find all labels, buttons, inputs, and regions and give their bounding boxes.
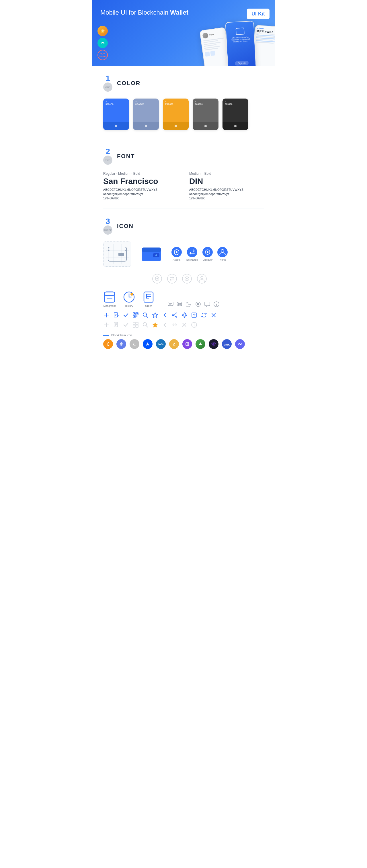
plus-outline-icon: [103, 322, 110, 328]
svg-rect-92: [133, 322, 135, 324]
assets-icon: [171, 247, 182, 257]
svg-rect-7: [108, 247, 126, 251]
profile-outline-icon: [197, 274, 207, 284]
icon-section: 3 THREE ICON: [92, 209, 275, 358]
font-numbers-sf: 1234567890: [103, 197, 178, 200]
svg-rect-93: [136, 322, 138, 324]
grid-crypto-icon: [182, 339, 192, 349]
chat-icon: [167, 301, 174, 307]
svg-text:Ł: Ł: [133, 342, 136, 346]
svg-line-79: [173, 315, 176, 316]
phone-mockups: Profile Characters may be mastered in th…: [202, 22, 275, 66]
svg-rect-63: [134, 313, 135, 314]
svg-rect-38: [144, 292, 153, 302]
steem-icon: [196, 339, 205, 349]
management-label: Mangment: [104, 305, 116, 307]
swatch-dark: #303030: [223, 98, 248, 130]
swatch-dot: [115, 125, 117, 127]
exchange-outline-icon: [167, 274, 177, 284]
font-section: 2 TWO FONT Regular · Medium · Bold San F…: [92, 139, 275, 209]
blockchain-line: [103, 335, 109, 336]
ps-badge: Ps: [97, 38, 108, 48]
arrows-outline-icon: [171, 322, 178, 328]
svg-rect-8: [118, 253, 124, 256]
info-outline-icon: [191, 322, 197, 328]
svg-rect-64: [137, 313, 138, 314]
svg-rect-10: [142, 248, 161, 252]
swatch-dot: [145, 125, 147, 127]
svg-line-73: [146, 316, 148, 318]
svg-rect-65: [134, 316, 135, 317]
icon-management: Mangment: [103, 291, 116, 307]
hero-section: Mobile UI for Blockchain Wallet UI Kit P…: [92, 0, 275, 66]
order-label: Order: [145, 305, 152, 307]
font-lower-din: abcdefghijklmnopqrstuvwxyz: [189, 192, 264, 196]
fonts-row: Regular · Medium · Bold San Francisco AB…: [103, 172, 264, 200]
wallet-wireframe-svg: [106, 244, 129, 264]
svg-rect-32: [104, 292, 115, 296]
profile-label: Profile: [219, 258, 226, 261]
icon-profile: Profile: [217, 247, 228, 261]
circle-icon: [195, 301, 201, 307]
doc-edit-icon: [113, 312, 119, 318]
order-icon-svg: [142, 291, 155, 303]
misc-icons-row: [167, 301, 220, 307]
svg-point-52: [216, 303, 217, 303]
profile-outline-svg: [197, 274, 207, 284]
svg-rect-67: [137, 315, 137, 316]
font-section-header: 2 TWO FONT: [103, 148, 264, 165]
sketch-icon: [100, 28, 106, 34]
svg-rect-43: [146, 296, 147, 297]
chainlink-icon: LINK: [222, 339, 232, 349]
section-number-1: 1 ONE: [103, 74, 112, 92]
svg-point-16: [187, 247, 197, 257]
exchange-outline-svg: [167, 274, 177, 284]
assets-outline-icon: [152, 274, 162, 284]
info-icon: [213, 301, 220, 307]
nav-icons-outline-row: [103, 274, 264, 284]
wallet-colored-svg: [140, 244, 163, 264]
swatch-dot: [204, 125, 207, 127]
color-section-header: 1 ONE COLOR: [103, 74, 264, 92]
star-icon: [152, 312, 158, 318]
font-upper-din: ABCDEFGHIJKLMNOPQRSTUVWXYZ: [189, 188, 264, 191]
app-icons-row: Mangment ! History Order: [103, 291, 264, 307]
font-name-din: DIN: [189, 177, 264, 186]
font-lower-sf: abcdefghijklmnopqrstuvwxyz: [103, 192, 178, 196]
plus-icon: [103, 312, 110, 318]
chevron-left-icon: [162, 312, 168, 318]
font-style-label-sf: Regular · Medium · Bold: [103, 172, 178, 176]
upload-icon: [191, 312, 197, 318]
diamond-icon: [209, 339, 219, 349]
sketch-badge: [97, 26, 108, 36]
svg-point-80: [183, 314, 186, 316]
x-outline-icon: [181, 322, 188, 328]
60plus-badge: 60+Screens: [97, 50, 108, 60]
icon-order: Order: [142, 291, 155, 307]
svg-rect-31: [104, 292, 115, 302]
nav-icons-row: Assets Exchange Discover: [171, 247, 228, 261]
moon-icon: [186, 301, 192, 307]
svg-point-76: [172, 314, 173, 316]
assets-label: Assets: [173, 258, 180, 261]
litecoin-icon: Ł: [130, 339, 139, 349]
svg-line-78: [173, 314, 176, 315]
color-section: 1 ONE COLOR #3574FA #8DA0C8 #F5A: [92, 66, 275, 138]
color-title: COLOR: [117, 80, 140, 87]
hero-badges: Ps 60+Screens: [97, 26, 108, 60]
swatch-blue: #3574FA: [103, 98, 129, 130]
waves-icon: [143, 339, 152, 349]
svg-marker-117: [199, 342, 202, 345]
svg-text:LINK: LINK: [224, 343, 230, 346]
assets-outline-svg: [152, 274, 162, 284]
ethereum-icon: [116, 339, 126, 349]
exchange-icon: [187, 247, 197, 257]
utility-icons-row: [103, 312, 264, 318]
svg-point-103: [194, 323, 194, 324]
svg-point-15: [176, 251, 177, 253]
ui-kit-badge: UI Kit: [247, 9, 270, 19]
star-gold-icon: [152, 322, 158, 328]
history-icon-svg: !: [123, 291, 135, 303]
exchange-label: Exchange: [186, 258, 198, 261]
history-label: History: [125, 305, 133, 307]
